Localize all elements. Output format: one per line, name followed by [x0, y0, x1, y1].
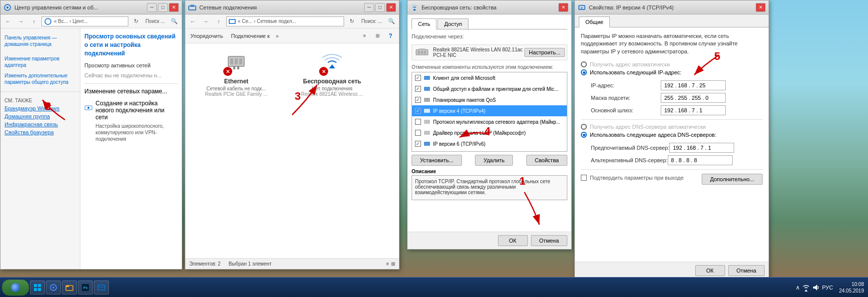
- up-btn-2[interactable]: ↑: [213, 16, 224, 27]
- close-btn-4[interactable]: ✕: [756, 3, 766, 12]
- ipv4-ok-btn[interactable]: ОК: [695, 265, 725, 276]
- volume-tray-icon[interactable]: [812, 284, 820, 292]
- language-indicator[interactable]: РУС: [822, 285, 833, 291]
- auto-ip-radio[interactable]: [581, 61, 587, 67]
- view-btn2[interactable]: ⊞: [372, 30, 383, 41]
- properties-btn[interactable]: Свойства: [526, 155, 567, 166]
- selected-count: Выбран 1 элемент: [229, 261, 272, 267]
- titlebar-network-connections: Сетевые подключения ─ □ ✕: [185, 0, 399, 14]
- gateway-input[interactable]: [661, 105, 726, 115]
- taskbar-app-windows[interactable]: [30, 281, 45, 295]
- component-ipv4[interactable]: IP версии 4 (TCP/IPv4): [412, 105, 567, 116]
- taskbar-app-chrome[interactable]: [46, 281, 61, 295]
- back-btn[interactable]: ←: [2, 16, 13, 27]
- sidebar-home[interactable]: Панель управления — домашняя страница: [0, 32, 80, 49]
- help-btn[interactable]: ?: [385, 30, 396, 41]
- address-bar-1[interactable]: « Вс... › Цент...: [41, 16, 128, 26]
- maximize-btn-2[interactable]: □: [375, 3, 385, 12]
- advanced-btn[interactable]: Дополнительно...: [702, 174, 763, 185]
- tab-general[interactable]: Общие: [579, 16, 610, 27]
- component-ipv6[interactable]: IP версии 6 (TCP/IPv6): [412, 138, 567, 149]
- cb-sharing[interactable]: [415, 86, 421, 92]
- create-connection-link[interactable]: Создание и настройка нового подключения …: [95, 100, 178, 121]
- component-client[interactable]: Клиент для сетей Microsoft: [412, 72, 567, 83]
- ethernet-connection[interactable]: ✕ Ethernet Сетевой кабель не подк... Rea…: [191, 49, 281, 252]
- wireless-ok-btn[interactable]: ОК: [498, 235, 528, 246]
- nic-icon: [414, 47, 430, 58]
- cb-client[interactable]: [415, 75, 421, 81]
- use-dns-radio[interactable]: [581, 132, 587, 138]
- network-center-content: Панель управления — домашняя страница Из…: [0, 28, 182, 269]
- close-btn-3[interactable]: ✕: [558, 3, 568, 12]
- svg-rect-34: [38, 288, 41, 291]
- cb-ipv4[interactable]: [415, 108, 421, 114]
- sidebar-change-advanced[interactable]: Изменить дополнительные параметры общего…: [0, 70, 80, 87]
- search-btn[interactable]: 🔍: [169, 16, 180, 27]
- install-btn[interactable]: Установить...: [412, 155, 462, 166]
- svg-point-36: [52, 287, 54, 289]
- taskbar: Ps ∧ РУС 10:08 24.05.2019: [0, 277, 868, 297]
- svg-rect-14: [237, 66, 239, 69]
- wireless-connection[interactable]: ✕ Беспроводная сеть Нет подключения Real…: [287, 49, 377, 252]
- forward-btn[interactable]: →: [15, 16, 26, 27]
- sidebar-infrared[interactable]: Инфракрасная связь: [0, 120, 80, 128]
- preferred-dns-input[interactable]: [669, 143, 734, 153]
- sidebar-homegroup[interactable]: Домашняя группа: [0, 112, 80, 120]
- svg-text:IP: IP: [580, 6, 583, 9]
- sidebar-firewall[interactable]: Брандмауэр Windows: [0, 104, 80, 112]
- taskbar-app-explorer[interactable]: [62, 281, 77, 295]
- taskbar-app-photoshop[interactable]: Ps: [78, 281, 93, 295]
- component-qos[interactable]: Планировщик пакетов QoS: [412, 94, 567, 105]
- sidebar-browser-props[interactable]: Свойства браузера: [0, 128, 80, 136]
- svg-rect-33: [34, 288, 37, 291]
- configure-btn[interactable]: Настроить...: [524, 48, 565, 57]
- taskbar-app-outlook[interactable]: [94, 281, 109, 295]
- auto-dns-radio[interactable]: [581, 124, 587, 130]
- remove-btn[interactable]: Удалить: [475, 155, 513, 166]
- network-tray-icon[interactable]: [802, 284, 810, 292]
- svg-text:Ps: Ps: [83, 286, 88, 290]
- tab-access[interactable]: Доступ: [437, 18, 468, 29]
- alternate-dns-input[interactable]: [668, 155, 733, 165]
- cb-ipv6[interactable]: [415, 141, 421, 147]
- sidebar-change-adapter[interactable]: Изменение параметров адаптера: [0, 53, 80, 70]
- tab-network[interactable]: Сеть: [412, 18, 436, 29]
- connect-through-row: Подключение через:: [412, 33, 567, 41]
- cb-qos[interactable]: [415, 97, 421, 103]
- forward-btn-2[interactable]: →: [200, 16, 211, 27]
- ip-address-input[interactable]: [661, 80, 726, 90]
- minimize-btn[interactable]: ─: [147, 3, 157, 12]
- system-clock[interactable]: 10:08 24.05.2019: [837, 281, 866, 294]
- refresh-btn-2[interactable]: ↻: [346, 16, 357, 27]
- connect-to-btn[interactable]: Подключение к: [229, 32, 272, 40]
- refresh-btn[interactable]: ↻: [130, 16, 141, 27]
- wireless-props-content: Сеть Доступ Подключение через: Realtek 8…: [408, 14, 571, 232]
- subnet-input[interactable]: [661, 93, 726, 103]
- connect-through-label: Подключение через:: [412, 33, 567, 39]
- start-button[interactable]: [2, 280, 29, 296]
- maximize-btn[interactable]: □: [158, 3, 168, 12]
- close-btn[interactable]: ✕: [169, 3, 179, 12]
- organize-btn[interactable]: Упорядочить: [188, 32, 225, 40]
- component-sharing[interactable]: Общий доступ к файлам и принтерам для се…: [412, 83, 567, 94]
- minimize-btn-2[interactable]: ─: [364, 3, 374, 12]
- network-center-icon: [3, 3, 11, 11]
- cb-lldp[interactable]: [415, 130, 421, 136]
- change-params-link[interactable]: Изменение сетевых параме...: [84, 87, 178, 96]
- view-btn[interactable]: ≡: [359, 30, 370, 41]
- close-btn-2[interactable]: ✕: [386, 3, 396, 12]
- address-bar-2[interactable]: « Се... › Сетевые подкл...: [226, 16, 344, 26]
- statusbar-icons: ≡ ⊞: [386, 261, 395, 267]
- use-ip-radio[interactable]: [581, 69, 587, 75]
- red-number-4: 4: [484, 125, 490, 138]
- auto-dns-label: Получить адрес DNS-сервера автоматически: [590, 124, 706, 130]
- search-btn-2[interactable]: 🔍: [386, 16, 397, 27]
- cb-multiplexor[interactable]: [415, 119, 421, 125]
- wireless-cancel-btn[interactable]: Отмена: [531, 235, 567, 246]
- confirm-checkbox[interactable]: [581, 175, 587, 181]
- tray-chevron[interactable]: ∧: [796, 284, 800, 291]
- up-btn[interactable]: ↑: [28, 16, 39, 27]
- ipv4-cancel-btn[interactable]: Отмена: [728, 265, 765, 276]
- back-btn-2[interactable]: ←: [187, 16, 198, 27]
- wireless-status: Нет подключения: [312, 86, 352, 91]
